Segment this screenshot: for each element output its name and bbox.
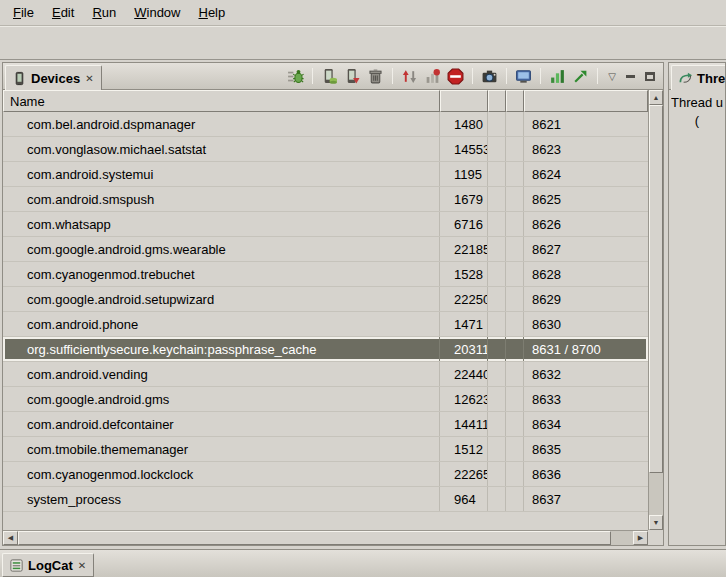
cell-blank xyxy=(488,337,506,361)
sysinfo-button[interactable] xyxy=(547,66,568,87)
devices-toolbar: ▽ xyxy=(285,66,663,87)
tab-threads-label: Threads xyxy=(697,71,726,86)
capture-video-button[interactable] xyxy=(513,66,534,87)
table-row[interactable]: com.vonglasow.michael.satstat 14553 8623 xyxy=(3,137,648,162)
maximize-button[interactable] xyxy=(641,69,658,84)
table-row[interactable]: com.bel.android.dspmanager 1480 8621 xyxy=(3,112,648,137)
scroll-right-icon[interactable]: ▶ xyxy=(633,531,648,545)
close-icon[interactable]: ✕ xyxy=(84,73,94,84)
cell-blank xyxy=(488,162,506,186)
close-icon[interactable]: ✕ xyxy=(77,560,87,571)
table-row[interactable]: com.google.android.setupwizard 22250 862… xyxy=(3,287,648,312)
start-method-profiling-button[interactable] xyxy=(422,66,443,87)
table-row[interactable]: system_process 964 8637 xyxy=(3,487,648,512)
opengl-trace-button[interactable] xyxy=(570,66,591,87)
column-header-blank[interactable] xyxy=(506,90,524,112)
cause-gc-button[interactable] xyxy=(365,66,386,87)
cell-blank xyxy=(506,337,524,361)
threads-icon xyxy=(678,71,693,86)
table-row[interactable]: org.sufficientlysecure.keychain:passphra… xyxy=(3,337,648,362)
cell-blank xyxy=(506,187,524,211)
vertical-scrollbar-thumb[interactable] xyxy=(649,105,663,473)
bug-icon xyxy=(287,68,304,85)
tab-devices[interactable]: Devices ✕ xyxy=(5,65,102,90)
cell-blank xyxy=(488,462,506,486)
process-pid: 1480 xyxy=(440,112,488,136)
tab-devices-label: Devices xyxy=(31,71,80,86)
devices-panel: Devices ✕ xyxy=(2,62,664,546)
maximize-icon xyxy=(645,72,655,81)
process-name: com.cyanogenmod.lockclock xyxy=(3,462,440,486)
column-header-blank[interactable] xyxy=(488,90,506,112)
process-name: com.google.android.gms.wearable xyxy=(3,237,440,261)
update-threads-button[interactable] xyxy=(399,66,420,87)
menu-window[interactable]: Window xyxy=(125,2,189,23)
menu-run[interactable]: Run xyxy=(83,2,125,23)
view-menu-icon[interactable]: ▽ xyxy=(604,71,620,82)
horizontal-scrollbar-thumb[interactable] xyxy=(18,531,611,545)
update-heap-button[interactable] xyxy=(319,66,340,87)
cell-blank xyxy=(488,212,506,236)
process-pid: 1195 xyxy=(440,162,488,186)
cell-blank xyxy=(488,312,506,336)
table-row[interactable]: com.tmobile.thememanager 1512 8635 xyxy=(3,437,648,462)
table-row[interactable]: com.android.defcontainer 14411 8634 xyxy=(3,412,648,437)
table-row[interactable]: com.android.phone 1471 8630 xyxy=(3,312,648,337)
process-port: 8634 xyxy=(524,412,648,436)
monitor-icon xyxy=(515,68,532,85)
process-table-body: com.bel.android.dspmanager 1480 8621 com… xyxy=(3,112,648,530)
process-port: 8623 xyxy=(524,137,648,161)
process-table-content: Name com.bel.android.dspmanager 1480 862… xyxy=(3,90,648,530)
cell-blank xyxy=(488,137,506,161)
menu-edit[interactable]: Edit xyxy=(43,2,83,23)
cell-blank xyxy=(488,237,506,261)
table-row[interactable]: com.whatsapp 6716 8626 xyxy=(3,212,648,237)
cell-blank xyxy=(506,262,524,286)
menu-file[interactable]: File xyxy=(4,2,43,23)
minimize-button[interactable] xyxy=(622,69,639,84)
menu-help[interactable]: Help xyxy=(189,2,234,23)
cell-blank xyxy=(506,412,524,436)
table-row[interactable]: com.cyanogenmod.trebuchet 1528 8628 xyxy=(3,262,648,287)
scrollbar-corner xyxy=(648,530,663,545)
table-row[interactable]: com.cyanogenmod.lockclock 22265 8636 xyxy=(3,462,648,487)
table-row[interactable]: com.android.vending 22440 8632 xyxy=(3,362,648,387)
main-toolbar xyxy=(0,26,726,60)
column-header-name[interactable]: Name xyxy=(3,90,440,112)
scroll-up-icon[interactable]: ▲ xyxy=(649,90,663,105)
vertical-scrollbar[interactable]: ▲ ▼ xyxy=(648,90,663,530)
column-header-pid[interactable] xyxy=(440,90,488,112)
tab-threads[interactable]: Threads xyxy=(671,65,726,90)
toolbar-separator xyxy=(597,68,598,84)
horizontal-scrollbar[interactable]: ◀ ▶ xyxy=(3,530,648,545)
table-row[interactable]: com.google.android.gms 12623 8633 xyxy=(3,387,648,412)
toolbar-separator xyxy=(472,68,473,84)
threads-message: Thread up ( xyxy=(669,90,725,133)
debug-process-button[interactable] xyxy=(285,66,306,87)
cell-blank xyxy=(506,137,524,161)
vertical-scrollbar-track[interactable] xyxy=(649,473,663,515)
process-name: com.google.android.setupwizard xyxy=(3,287,440,311)
scroll-left-icon[interactable]: ◀ xyxy=(3,531,18,545)
scroll-down-icon[interactable]: ▼ xyxy=(649,515,663,530)
column-header-port[interactable] xyxy=(524,90,648,112)
screen-capture-button[interactable] xyxy=(479,66,500,87)
process-name: com.android.vending xyxy=(3,362,440,386)
table-row[interactable]: com.android.systemui 1195 8624 xyxy=(3,162,648,187)
process-pid: 22185 xyxy=(440,237,488,261)
process-pid: 20311 xyxy=(440,337,488,361)
dump-hprof-icon xyxy=(344,68,361,85)
process-pid: 12623 xyxy=(440,387,488,411)
stop-process-button[interactable] xyxy=(445,66,466,87)
dump-hprof-button[interactable] xyxy=(342,66,363,87)
horizontal-scrollbar-track[interactable] xyxy=(611,531,633,545)
toolbar-separator xyxy=(506,68,507,84)
tab-logcat[interactable]: LogCat ✕ xyxy=(2,553,94,577)
cell-blank xyxy=(506,112,524,136)
table-row[interactable]: com.android.smspush 1679 8625 xyxy=(3,187,648,212)
process-pid: 22250 xyxy=(440,287,488,311)
table-row[interactable]: com.google.android.gms.wearable 22185 86… xyxy=(3,237,648,262)
process-name: com.android.smspush xyxy=(3,187,440,211)
toolbar-separator xyxy=(312,68,313,84)
cell-blank xyxy=(488,487,506,511)
